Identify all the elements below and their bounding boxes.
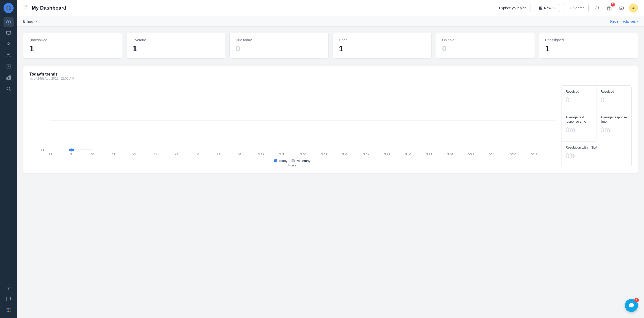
- chart-container: 0 0 1 2 3 4 5 6 7: [29, 85, 555, 157]
- chart-legend: Today Yesterday: [29, 159, 555, 163]
- svg-rect-7: [8, 77, 9, 80]
- svg-text:19: 19: [447, 152, 453, 156]
- sidebar-item-contacts[interactable]: [4, 39, 14, 49]
- svg-text:17: 17: [405, 152, 411, 156]
- explore-plan-button[interactable]: Explore your plan: [495, 4, 531, 12]
- filter-icon[interactable]: [23, 5, 28, 11]
- stat-resolved-value: 0: [566, 96, 592, 104]
- sidebar-item-conversations[interactable]: [4, 28, 14, 38]
- sidebar-item-reports[interactable]: [4, 73, 14, 83]
- svg-text:8: 8: [217, 152, 220, 156]
- svg-point-32: [69, 149, 74, 152]
- stat-avg-response-value: 0m: [600, 126, 627, 134]
- trends-header: Today's trends as of 24th Aug 2022, 12:0…: [29, 72, 632, 80]
- trends-section: Today's trends as of 24th Aug 2022, 12:0…: [23, 66, 638, 173]
- stat-card-due-today[interactable]: Due today 0: [229, 33, 329, 59]
- search-label: Search: [573, 6, 584, 10]
- svg-rect-8: [10, 76, 10, 80]
- svg-rect-23: [541, 8, 542, 9]
- svg-text:10: 10: [258, 152, 264, 156]
- new-button[interactable]: New: [535, 4, 560, 12]
- svg-rect-11: [7, 308, 8, 309]
- svg-text:7: 7: [196, 152, 199, 156]
- svg-text:14: 14: [342, 152, 348, 156]
- svg-rect-17: [7, 311, 8, 312]
- content-area: Unresolved 1 Overdue 1 Due today 0 Open …: [17, 27, 644, 318]
- sidebar-item-teams[interactable]: [4, 50, 14, 60]
- gifts-badge: 7: [611, 3, 615, 7]
- legend-today-label: Today: [279, 159, 288, 163]
- svg-rect-19: [10, 311, 10, 312]
- svg-text:9: 9: [238, 152, 242, 156]
- new-button-label: New: [544, 6, 551, 10]
- svg-rect-24: [539, 8, 540, 9]
- stat-label-5: Unassigned: [545, 38, 632, 42]
- sidebar-item-campaigns[interactable]: [4, 84, 14, 94]
- sidebar: 🎧: [0, 0, 17, 318]
- billing-label: Billing: [23, 19, 33, 23]
- svg-text:3: 3: [112, 152, 115, 156]
- svg-text:1: 1: [70, 152, 73, 156]
- stat-sla-label: Resolution within SLA: [566, 146, 627, 150]
- stats-grid: Unresolved 1 Overdue 1 Due today 0 Open …: [23, 33, 638, 59]
- sidebar-item-apps[interactable]: [4, 305, 14, 315]
- stat-label-2: Due today: [236, 38, 322, 42]
- stat-avg-response-label: Average response time: [600, 115, 627, 124]
- stat-card-unresolved[interactable]: Unresolved 1: [23, 33, 122, 59]
- svg-rect-15: [8, 309, 9, 310]
- trends-title: Today's trends: [29, 72, 632, 77]
- svg-rect-13: [10, 308, 10, 309]
- svg-rect-2: [7, 31, 11, 34]
- stat-label-1: Overdue: [133, 38, 219, 42]
- gifts-button[interactable]: 7: [605, 4, 614, 13]
- stat-avg-first-value: 0m: [566, 126, 592, 134]
- recent-activities-link[interactable]: Recent activities ›: [610, 19, 638, 23]
- svg-rect-16: [10, 309, 10, 310]
- topbar-icons: 7 A: [593, 4, 638, 13]
- stat-label-3: Open: [339, 38, 425, 42]
- today-dot: [274, 159, 277, 162]
- stat-avg-response: Average response time 0m: [596, 111, 631, 141]
- stat-card-overdue[interactable]: Overdue 1: [126, 33, 225, 59]
- stat-value-1: 1: [133, 44, 219, 53]
- avatar[interactable]: A: [629, 4, 638, 13]
- chart-svg: 0 0 1 2 3 4 5 6 7: [29, 85, 555, 156]
- legend-today: Today: [274, 159, 288, 163]
- svg-rect-12: [8, 308, 9, 309]
- stat-card-on-hold[interactable]: On hold 0: [436, 33, 535, 59]
- svg-point-5: [9, 54, 10, 55]
- trends-body: 0 0 1 2 3 4 5 6 7: [29, 85, 632, 167]
- svg-text:23: 23: [531, 152, 538, 156]
- search-button[interactable]: Search: [564, 4, 589, 12]
- chat-float-button[interactable]: 1: [625, 299, 638, 312]
- sidebar-item-knowledge[interactable]: [4, 61, 14, 72]
- app-logo[interactable]: 🎧: [4, 3, 14, 13]
- svg-text:15: 15: [363, 152, 369, 156]
- svg-text:0: 0: [41, 148, 44, 152]
- main-content: My Dashboard Explore your plan New Searc…: [17, 0, 644, 318]
- sidebar-item-settings[interactable]: [4, 283, 14, 293]
- svg-text:12: 12: [300, 152, 306, 156]
- stat-avg-first-label: Average first response time: [566, 115, 592, 124]
- keyboard-button[interactable]: [617, 4, 626, 13]
- stat-value-4: 0: [442, 44, 529, 53]
- sidebar-item-dashboard[interactable]: [4, 17, 14, 27]
- svg-rect-21: [539, 7, 540, 8]
- stat-label-4: On hold: [442, 38, 529, 42]
- topbar: My Dashboard Explore your plan New Searc…: [17, 0, 644, 16]
- trends-subtitle: as of 24th Aug 2022, 12:00 AM: [29, 77, 632, 80]
- svg-text:20: 20: [468, 152, 474, 156]
- stat-value-5: 1: [545, 44, 632, 53]
- sidebar-item-chat[interactable]: [4, 294, 14, 304]
- svg-text:4: 4: [133, 152, 136, 156]
- billing-button[interactable]: Billing: [23, 19, 38, 23]
- notifications-button[interactable]: [593, 4, 602, 13]
- svg-rect-18: [8, 311, 9, 312]
- svg-text:11: 11: [278, 152, 285, 156]
- stat-card-open[interactable]: Open 1: [333, 33, 432, 59]
- stat-label-0: Unresolved: [29, 38, 116, 42]
- stat-card-unassigned[interactable]: Unassigned 1: [539, 33, 638, 59]
- chart-area: 0 0 1 2 3 4 5 6 7: [29, 85, 555, 167]
- subheader: Billing Recent activities ›: [17, 16, 644, 27]
- chat-float-badge: 1: [634, 298, 639, 302]
